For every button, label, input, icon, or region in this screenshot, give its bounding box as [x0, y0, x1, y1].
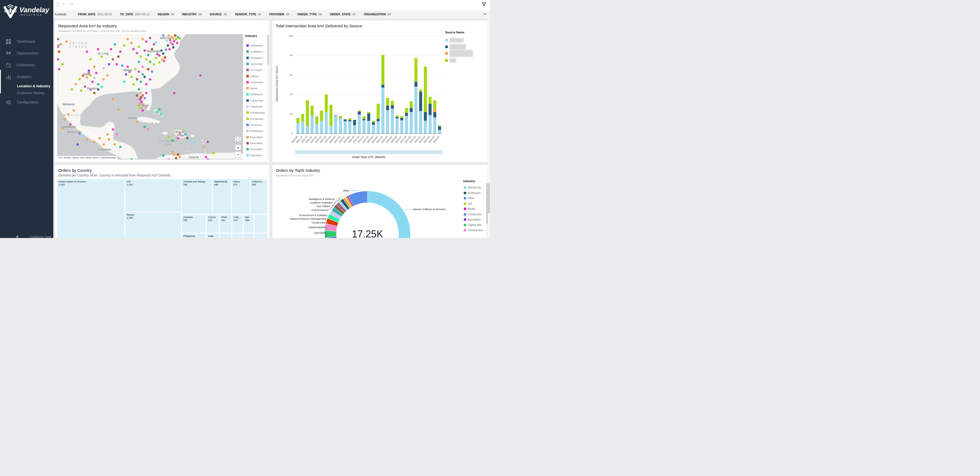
- filter-source[interactable]: SOURCEAll: [210, 13, 227, 16]
- bar-segment[interactable]: [348, 121, 352, 134]
- reset-icon[interactable]: [56, 2, 60, 7]
- bar-segment[interactable]: [391, 105, 394, 109]
- bar-segment[interactable]: [433, 100, 436, 109]
- bar-segment[interactable]: [367, 121, 370, 134]
- bar-segment[interactable]: [306, 100, 309, 126]
- industry-legend-item[interactable]: Constructio…: [247, 117, 266, 120]
- industry-legend-item[interactable]: Consumer …: [247, 123, 266, 126]
- bar-segment[interactable]: [325, 94, 328, 112]
- bar-segment[interactable]: [334, 115, 337, 116]
- bar-segment[interactable]: [301, 114, 304, 121]
- industry-legend-item[interactable]: Chemicals: [247, 105, 262, 108]
- industry-legend-item[interactable]: Banks: [247, 87, 257, 90]
- bar-segment[interactable]: [329, 126, 332, 134]
- bar-segment[interactable]: [386, 110, 389, 134]
- bar-segment[interactable]: [339, 118, 342, 134]
- bar-segment[interactable]: [405, 108, 408, 113]
- donut-legend-item[interactable]: Other: [464, 197, 474, 200]
- bar-segment[interactable]: [358, 115, 361, 134]
- donut-legend-item[interactable]: Constructio…: [464, 213, 484, 216]
- bar-segment[interactable]: [372, 122, 375, 125]
- bar-segment[interactable]: [419, 92, 422, 111]
- bar-segment[interactable]: [320, 110, 323, 121]
- bar-segment[interactable]: [415, 82, 418, 87]
- bar-segment[interactable]: [325, 112, 328, 134]
- industry-legend-item[interactable]: Diversified …: [247, 136, 266, 139]
- bar-segment[interactable]: [344, 121, 347, 134]
- industry-legend-item[interactable]: Airlines: [247, 75, 259, 78]
- bar-segment[interactable]: [344, 119, 347, 121]
- treemap-cell-united-states-of-america[interactable]: United States of America3,160: [57, 179, 124, 238]
- treemap-cell[interactable]: [232, 234, 243, 238]
- page-scrollbar-thumb[interactable]: [488, 183, 490, 213]
- treemap-cell-iran[interactable]: Iran159: [243, 215, 254, 233]
- map-canvas[interactable]: DenverUNITED STATESSt. LouisNew YorkWash…: [57, 34, 243, 159]
- treemap-cell-united-ki-[interactable]: United Ki…455: [250, 179, 267, 214]
- donut-legend-item[interactable]: Internet So…: [464, 186, 484, 189]
- redo-icon[interactable]: [68, 2, 73, 7]
- date-range-slider[interactable]: [296, 151, 442, 154]
- bar-segment[interactable]: [363, 119, 366, 120]
- donut-legend-item[interactable]: Media: [464, 207, 475, 210]
- bar-segment[interactable]: [377, 103, 380, 119]
- industry-legend-item[interactable]: Agriculture: [247, 62, 262, 65]
- sidebar-item-collections[interactable]: Collections: [0, 59, 53, 71]
- bar-segment[interactable]: [438, 126, 441, 130]
- bar-segment[interactable]: [315, 116, 318, 124]
- bar-segment[interactable]: [410, 108, 413, 112]
- treemap-cell-null[interactable]: null1,310: [125, 179, 181, 212]
- bar-segment[interactable]: [396, 117, 399, 118]
- source-legend-swatch[interactable]: [445, 45, 448, 48]
- map-zoom-out-button[interactable]: −: [235, 151, 241, 157]
- bar-segment[interactable]: [296, 118, 299, 123]
- bar-segment[interactable]: [386, 106, 389, 110]
- bar-segment[interactable]: [391, 108, 394, 134]
- bar-segment[interactable]: [438, 130, 441, 134]
- bar-segment[interactable]: [382, 85, 385, 88]
- funnel-icon[interactable]: [482, 2, 486, 7]
- bar-segment[interactable]: [424, 112, 427, 121]
- bar-segment[interactable]: [410, 112, 413, 134]
- industry-legend-item[interactable]: Education …: [247, 154, 265, 157]
- bar-segment[interactable]: [301, 121, 304, 134]
- industry-legend-item[interactable]: Automotive: [247, 81, 263, 84]
- treemap-cell-netherlands[interactable]: Netherlands498: [213, 179, 231, 214]
- bar-segment[interactable]: [405, 116, 408, 134]
- bar-segment[interactable]: [415, 58, 418, 82]
- filter-industry[interactable]: INDUSTRYAll: [182, 13, 202, 16]
- stacked-bar-chart[interactable]: 02K4K6K8K10K2021-092021-102021-112021-12…: [272, 21, 488, 161]
- map-zoom-in-button[interactable]: +: [235, 145, 241, 150]
- bar-segment[interactable]: [428, 115, 431, 134]
- bar-segment[interactable]: [396, 115, 399, 117]
- sidebar-subitem-location-industry[interactable]: Location & Industry: [0, 83, 53, 89]
- sidebar-subitem-customer-history[interactable]: Customer History: [0, 89, 53, 96]
- bar-segment[interactable]: [433, 112, 436, 118]
- bar-segment[interactable]: [400, 120, 403, 134]
- bar-segment[interactable]: [438, 126, 441, 126]
- bar-segment[interactable]: [367, 113, 370, 121]
- donut-legend-item[interactable]: Profession…: [464, 191, 483, 194]
- filter-sensor_type[interactable]: SENSOR_TYPEAll: [235, 13, 261, 16]
- bar-segment[interactable]: [353, 120, 356, 125]
- bar-segment[interactable]: [306, 126, 309, 134]
- treemap-cell-thail-[interactable]: Thail…181: [220, 215, 231, 233]
- donut-legend-item[interactable]: Capital Mar…: [464, 223, 484, 226]
- industry-legend-item[interactable]: Capital Mar…: [247, 99, 266, 102]
- bar-segment[interactable]: [353, 125, 356, 134]
- treemap-cell-colo-[interactable]: Colo…174: [232, 215, 243, 233]
- source-legend-swatch[interactable]: [445, 59, 448, 62]
- legend-scroll-thumb[interactable]: [267, 35, 269, 65]
- bar-segment[interactable]: [315, 124, 318, 134]
- filter-from_date[interactable]: FROM_DATE2021-09-01: [78, 13, 112, 16]
- filter-provider[interactable]: PROVIDERAll: [269, 13, 289, 16]
- source-legend-swatch[interactable]: [445, 52, 448, 55]
- treemap-cell-philippines[interactable]: Philippines: [182, 234, 206, 238]
- filter-region[interactable]: REGIONAll: [158, 13, 174, 16]
- bar-segment[interactable]: [391, 101, 394, 105]
- treemap-cell[interactable]: [255, 215, 267, 233]
- industry-legend-item[interactable]: Aerospace …: [247, 56, 266, 59]
- bar-segment[interactable]: [334, 116, 337, 134]
- bar-segment[interactable]: [348, 120, 352, 121]
- bar-segment[interactable]: [363, 120, 366, 134]
- bar-segment[interactable]: [415, 87, 418, 134]
